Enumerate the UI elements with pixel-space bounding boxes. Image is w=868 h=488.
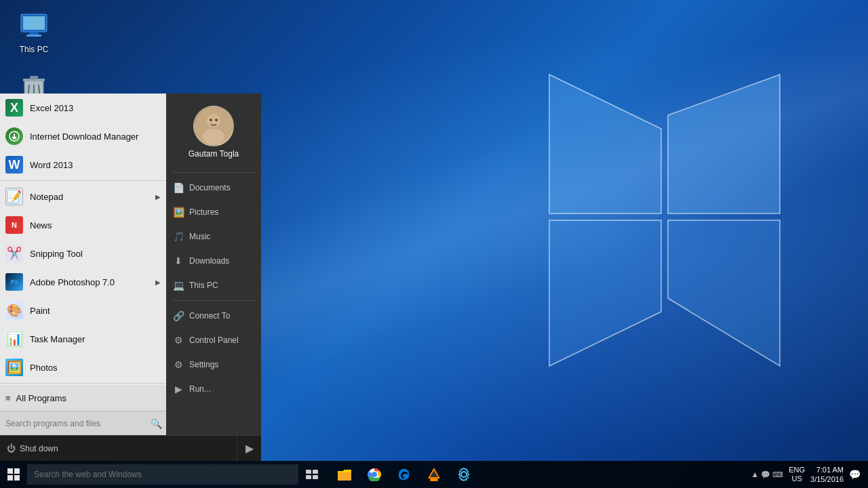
notepad-label: Notepad: [30, 192, 149, 202]
word-label: Word 2013: [30, 160, 161, 170]
svg-rect-12: [30, 76, 38, 79]
this-pc-icon: [18, 9, 50, 42]
run-icon: ▶: [173, 384, 184, 394]
right-this-pc-icon: 💻: [173, 280, 184, 291]
svg-marker-4: [549, 75, 661, 214]
photoshop-label: Adobe Photoshop 7.0: [30, 277, 149, 287]
svg-rect-30: [313, 470, 318, 474]
taskbar-settings[interactable]: [450, 461, 477, 488]
taskbar-search-input[interactable]: [27, 464, 298, 485]
start-search-bar: 🔍: [0, 411, 166, 435]
right-item-settings[interactable]: ⚙ Settings: [166, 352, 261, 377]
right-divider-2: [172, 300, 256, 301]
idm-label: Internet Download Manager: [30, 131, 161, 142]
shutdown-button[interactable]: ⏻ Shut down: [0, 436, 237, 462]
clock-time: 7:01 AM: [810, 465, 844, 474]
right-item-control-panel[interactable]: ⚙ Control Panel: [166, 328, 261, 352]
all-programs-item[interactable]: ≡ All Programs: [0, 385, 166, 411]
svg-marker-3: [668, 220, 780, 366]
user-avatar: [193, 106, 234, 146]
snipping-icon: ✂️: [5, 245, 23, 262]
program-item-notepad[interactable]: 📝 Notepad ▶: [0, 182, 166, 211]
shutdown-row: ⏻ Shut down ▶: [0, 435, 261, 461]
start-search-button[interactable]: 🔍: [146, 411, 166, 436]
desktop-icon-this-pc[interactable]: This PC: [7, 7, 61, 57]
program-item-paint[interactable]: 🎨 Paint: [0, 296, 166, 325]
program-item-word[interactable]: W Word 2013: [0, 150, 166, 179]
start-button[interactable]: [0, 461, 27, 488]
notepad-arrow: ▶: [155, 193, 161, 201]
system-tray-icons[interactable]: ▲ 💬 ⌨: [751, 470, 783, 479]
downloads-icon: ⬇: [173, 256, 184, 266]
right-item-documents[interactable]: 📄 Documents: [166, 176, 261, 200]
taskbar-edge[interactable]: [391, 461, 418, 488]
music-icon: 🎵: [173, 231, 184, 242]
photos-label: Photos: [30, 363, 161, 373]
action-center-button[interactable]: 💬: [846, 461, 863, 488]
clock-date: 3/15/2016: [810, 474, 844, 484]
start-menu-right-panel: Gautam Togla 📄 Documents 🖼️ Pictures 🎵 M…: [166, 94, 261, 435]
program-item-excel[interactable]: X Excel 2013: [0, 94, 166, 122]
news-icon: N: [5, 216, 23, 234]
task-view-button[interactable]: [298, 461, 326, 488]
program-item-news[interactable]: N News: [0, 211, 166, 239]
paint-label: Paint: [30, 306, 161, 316]
taskmgr-label: Task Manager: [30, 334, 161, 344]
photoshop-icon: Ps: [5, 273, 23, 291]
svg-rect-8: [29, 32, 39, 35]
all-programs-label: All Programs: [16, 393, 66, 403]
taskbar-system-tray: ▲ 💬 ⌨ ENG US 7:01 AM 3/15/2016 💬: [745, 461, 868, 488]
taskbar-app-icons: [326, 461, 483, 488]
svg-marker-5: [668, 75, 780, 214]
user-profile[interactable]: Gautam Togla: [166, 100, 261, 169]
program-item-photos[interactable]: 🖼️ Photos: [0, 353, 166, 382]
lang-code: ENG: [789, 466, 805, 474]
control-panel-icon: ⚙: [173, 335, 184, 346]
downloads-label: Downloads: [189, 256, 229, 266]
taskbar-file-explorer[interactable]: [331, 461, 358, 488]
user-name-label: Gautam Togla: [189, 149, 239, 159]
svg-rect-28: [14, 475, 20, 481]
taskbar: ▲ 💬 ⌨ ENG US 7:01 AM 3/15/2016 💬: [0, 461, 868, 488]
this-pc-label: This PC: [20, 45, 49, 54]
start-menu: X Excel 2013 Internet Download Manager W…: [0, 94, 261, 461]
documents-icon: 📄: [173, 182, 184, 193]
desktop: This PC Recycle Bin: [0, 0, 868, 488]
right-item-pictures[interactable]: 🖼️ Pictures: [166, 200, 261, 224]
svg-point-24: [215, 119, 218, 121]
svg-rect-26: [14, 468, 20, 474]
taskbar-chrome[interactable]: [361, 461, 388, 488]
settings-icon: ⚙: [173, 359, 184, 370]
language-indicator[interactable]: ENG US: [789, 466, 805, 483]
svg-rect-7: [23, 16, 45, 30]
svg-rect-9: [26, 35, 41, 37]
svg-rect-33: [338, 471, 351, 481]
start-menu-main: X Excel 2013 Internet Download Manager W…: [0, 94, 261, 435]
documents-label: Documents: [189, 183, 231, 192]
svg-rect-31: [306, 475, 311, 479]
taskbar-vlc[interactable]: [420, 461, 448, 488]
shutdown-icon: ⏻: [7, 443, 16, 453]
photoshop-arrow: ▶: [155, 279, 161, 286]
program-item-snipping[interactable]: ✂️ Snipping Tool: [0, 239, 166, 268]
right-item-music[interactable]: 🎵 Music: [166, 224, 261, 249]
right-item-connect-to[interactable]: 🔗 Connect To: [166, 304, 261, 328]
right-this-pc-label: This PC: [189, 281, 218, 290]
svg-rect-29: [306, 470, 311, 474]
right-item-run[interactable]: ▶ Run...: [166, 377, 261, 401]
svg-point-36: [372, 472, 376, 476]
right-item-this-pc[interactable]: 💻 This PC: [166, 273, 261, 298]
notepad-icon: 📝: [5, 188, 23, 205]
lang-region: US: [789, 474, 805, 483]
pictures-icon: 🖼️: [173, 207, 184, 218]
right-item-downloads[interactable]: ⬇ Downloads: [166, 249, 261, 273]
program-item-photoshop[interactable]: Ps Adobe Photoshop 7.0 ▶: [0, 268, 166, 296]
system-clock[interactable]: 7:01 AM 3/15/2016: [810, 465, 844, 485]
program-item-taskmgr[interactable]: 📊 Task Manager: [0, 325, 166, 353]
control-panel-label: Control Panel: [189, 336, 239, 345]
shutdown-arrow-button[interactable]: ▶: [237, 436, 261, 462]
start-search-input[interactable]: [0, 419, 146, 428]
svg-marker-2: [549, 220, 661, 366]
program-item-idm[interactable]: Internet Download Manager: [0, 122, 166, 150]
taskmgr-icon: 📊: [5, 330, 23, 348]
